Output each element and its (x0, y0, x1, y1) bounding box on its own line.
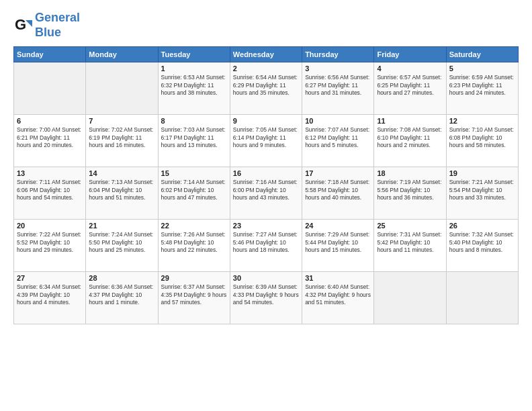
day-number: 8 (161, 117, 227, 125)
cell-content: Sunrise: 6:34 AM Sunset: 4:39 PM Dayligh… (17, 283, 83, 306)
cell-content: Sunrise: 7:10 AM Sunset: 6:08 PM Dayligh… (449, 126, 515, 149)
cell-content: Sunrise: 6:36 AM Sunset: 4:37 PM Dayligh… (89, 283, 154, 306)
calendar-cell: 2Sunrise: 6:54 AM Sunset: 6:29 PM Daylig… (230, 62, 302, 115)
calendar-cell: 15Sunrise: 7:14 AM Sunset: 6:02 PM Dayli… (158, 167, 230, 220)
cell-content: Sunrise: 7:21 AM Sunset: 5:54 PM Dayligh… (449, 179, 515, 201)
calendar-cell: 8Sunrise: 7:03 AM Sunset: 6:17 PM Daylig… (158, 115, 230, 167)
day-number: 20 (17, 222, 83, 230)
calendar-cell: 4Sunrise: 6:57 AM Sunset: 6:25 PM Daylig… (374, 62, 446, 115)
calendar-cell: 3Sunrise: 6:56 AM Sunset: 6:27 PM Daylig… (302, 62, 374, 115)
calendar-cell: 6Sunrise: 7:00 AM Sunset: 6:21 PM Daylig… (14, 115, 86, 167)
calendar-week-2: 6Sunrise: 7:00 AM Sunset: 6:21 PM Daylig… (14, 115, 519, 167)
day-number: 25 (377, 222, 443, 230)
logo-icon: G (13, 16, 32, 35)
svg-marker-1 (26, 20, 32, 27)
calendar-cell: 14Sunrise: 7:13 AM Sunset: 6:04 PM Dayli… (86, 167, 158, 220)
day-number: 18 (377, 169, 443, 177)
cell-content: Sunrise: 7:24 AM Sunset: 5:50 PM Dayligh… (89, 231, 154, 254)
cell-content: Sunrise: 6:56 AM Sunset: 6:27 PM Dayligh… (305, 74, 371, 97)
day-number: 11 (377, 117, 443, 125)
day-number: 6 (17, 117, 83, 125)
cell-content: Sunrise: 7:07 AM Sunset: 6:12 PM Dayligh… (305, 126, 371, 149)
day-number: 19 (449, 169, 515, 177)
calendar-table: SundayMondayTuesdayWednesdayThursdayFrid… (13, 46, 519, 324)
header-wednesday: Wednesday (230, 47, 302, 62)
cell-content: Sunrise: 7:11 AM Sunset: 6:06 PM Dayligh… (17, 179, 83, 201)
calendar-week-3: 13Sunrise: 7:11 AM Sunset: 6:06 PM Dayli… (14, 167, 519, 220)
day-number: 23 (233, 222, 299, 230)
day-number: 14 (89, 169, 154, 177)
calendar-cell: 17Sunrise: 7:18 AM Sunset: 5:58 PM Dayli… (302, 167, 374, 220)
logo-text: GeneralBlue (35, 11, 80, 40)
calendar-cell: 25Sunrise: 7:31 AM Sunset: 5:42 PM Dayli… (374, 220, 446, 272)
cell-content: Sunrise: 7:00 AM Sunset: 6:21 PM Dayligh… (17, 126, 83, 149)
day-number: 17 (305, 169, 371, 177)
header-monday: Monday (86, 47, 158, 62)
day-number: 12 (449, 117, 515, 125)
cell-content: Sunrise: 7:08 AM Sunset: 6:10 PM Dayligh… (377, 126, 443, 149)
calendar-cell: 1Sunrise: 6:53 AM Sunset: 6:32 PM Daylig… (158, 62, 230, 115)
calendar-cell: 13Sunrise: 7:11 AM Sunset: 6:06 PM Dayli… (14, 167, 86, 220)
cell-content: Sunrise: 6:57 AM Sunset: 6:25 PM Dayligh… (377, 74, 443, 97)
day-number: 2 (233, 64, 299, 73)
day-number: 1 (161, 64, 227, 73)
calendar-cell: 7Sunrise: 7:02 AM Sunset: 6:19 PM Daylig… (86, 115, 158, 167)
calendar-cell: 19Sunrise: 7:21 AM Sunset: 5:54 PM Dayli… (446, 167, 518, 220)
calendar-cell: 24Sunrise: 7:29 AM Sunset: 5:44 PM Dayli… (302, 220, 374, 272)
header: G GeneralBlue (13, 11, 519, 40)
header-thursday: Thursday (302, 47, 374, 62)
cell-content: Sunrise: 7:19 AM Sunset: 5:56 PM Dayligh… (377, 179, 443, 201)
day-number: 16 (233, 169, 299, 177)
calendar-cell: 9Sunrise: 7:05 AM Sunset: 6:14 PM Daylig… (230, 115, 302, 167)
calendar-week-5: 27Sunrise: 6:34 AM Sunset: 4:39 PM Dayli… (14, 272, 519, 324)
calendar-cell (86, 62, 158, 115)
cell-content: Sunrise: 6:59 AM Sunset: 6:23 PM Dayligh… (449, 74, 515, 97)
logo: G GeneralBlue (13, 11, 80, 40)
cell-content: Sunrise: 7:05 AM Sunset: 6:14 PM Dayligh… (233, 126, 299, 149)
day-number: 28 (89, 274, 154, 282)
calendar-cell (446, 272, 518, 324)
day-number: 27 (17, 274, 83, 282)
day-number: 26 (449, 222, 515, 230)
calendar-cell: 20Sunrise: 7:22 AM Sunset: 5:52 PM Dayli… (14, 220, 86, 272)
calendar-cell: 10Sunrise: 7:07 AM Sunset: 6:12 PM Dayli… (302, 115, 374, 167)
calendar-cell: 5Sunrise: 6:59 AM Sunset: 6:23 PM Daylig… (446, 62, 518, 115)
cell-content: Sunrise: 7:13 AM Sunset: 6:04 PM Dayligh… (89, 179, 154, 201)
calendar-week-4: 20Sunrise: 7:22 AM Sunset: 5:52 PM Dayli… (14, 220, 519, 272)
day-number: 3 (305, 64, 371, 73)
day-number: 10 (305, 117, 371, 125)
day-number: 4 (377, 64, 443, 73)
day-number: 24 (305, 222, 371, 230)
day-number: 15 (161, 169, 227, 177)
cell-content: Sunrise: 7:14 AM Sunset: 6:02 PM Dayligh… (161, 179, 227, 201)
cell-content: Sunrise: 7:02 AM Sunset: 6:19 PM Dayligh… (89, 126, 154, 149)
calendar-cell: 28Sunrise: 6:36 AM Sunset: 4:37 PM Dayli… (86, 272, 158, 324)
day-number: 9 (233, 117, 299, 125)
day-number: 21 (89, 222, 154, 230)
calendar-cell: 12Sunrise: 7:10 AM Sunset: 6:08 PM Dayli… (446, 115, 518, 167)
calendar-cell: 22Sunrise: 7:26 AM Sunset: 5:48 PM Dayli… (158, 220, 230, 272)
calendar-cell: 29Sunrise: 6:37 AM Sunset: 4:35 PM Dayli… (158, 272, 230, 324)
cell-content: Sunrise: 7:26 AM Sunset: 5:48 PM Dayligh… (161, 231, 227, 254)
calendar-cell: 23Sunrise: 7:27 AM Sunset: 5:46 PM Dayli… (230, 220, 302, 272)
cell-content: Sunrise: 7:03 AM Sunset: 6:17 PM Dayligh… (161, 126, 227, 149)
cell-content: Sunrise: 7:16 AM Sunset: 6:00 PM Dayligh… (233, 179, 299, 201)
header-friday: Friday (374, 47, 446, 62)
cell-content: Sunrise: 7:31 AM Sunset: 5:42 PM Dayligh… (377, 231, 443, 254)
day-number: 5 (449, 64, 515, 73)
cell-content: Sunrise: 7:29 AM Sunset: 5:44 PM Dayligh… (305, 231, 371, 254)
day-number: 13 (17, 169, 83, 177)
day-number: 22 (161, 222, 227, 230)
day-number: 7 (89, 117, 154, 125)
svg-text:G: G (15, 16, 26, 33)
cell-content: Sunrise: 6:37 AM Sunset: 4:35 PM Dayligh… (161, 283, 227, 306)
cell-content: Sunrise: 7:32 AM Sunset: 5:40 PM Dayligh… (449, 231, 515, 254)
header-saturday: Saturday (446, 47, 518, 62)
cell-content: Sunrise: 6:54 AM Sunset: 6:29 PM Dayligh… (233, 74, 299, 97)
calendar-cell: 11Sunrise: 7:08 AM Sunset: 6:10 PM Dayli… (374, 115, 446, 167)
day-number: 29 (161, 274, 227, 282)
calendar-cell: 21Sunrise: 7:24 AM Sunset: 5:50 PM Dayli… (86, 220, 158, 272)
calendar-cell (374, 272, 446, 324)
calendar-cell: 31Sunrise: 6:40 AM Sunset: 4:32 PM Dayli… (302, 272, 374, 324)
cell-content: Sunrise: 6:39 AM Sunset: 4:33 PM Dayligh… (233, 283, 299, 306)
